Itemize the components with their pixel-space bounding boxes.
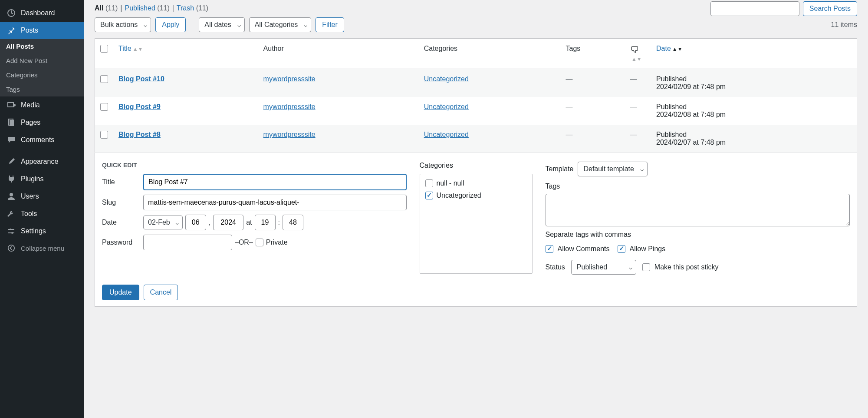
select-all-checkbox[interactable] bbox=[100, 45, 108, 53]
plug-icon bbox=[6, 175, 16, 183]
comments-cell: — bbox=[625, 69, 651, 97]
dashboard-icon bbox=[6, 9, 16, 17]
chevron-down-icon: ⌵ bbox=[640, 166, 644, 173]
slug-label: Slug bbox=[102, 199, 143, 206]
categories-box[interactable]: null - null Uncategorized bbox=[420, 174, 533, 274]
sidebar-item-settings[interactable]: Settings bbox=[0, 222, 84, 240]
category-filter-select[interactable]: All Categories⌵ bbox=[249, 17, 312, 32]
tags-hint: Separate tags with commas bbox=[546, 231, 850, 239]
sidebar-label: Posts bbox=[21, 27, 38, 34]
col-date[interactable]: Date bbox=[656, 45, 671, 52]
slug-input[interactable] bbox=[143, 195, 407, 210]
status-label: Status bbox=[546, 263, 565, 271]
allow-comments-checkbox[interactable] bbox=[546, 245, 553, 253]
post-title-link[interactable]: Blog Post #8 bbox=[118, 131, 161, 138]
sidebar-item-plugins[interactable]: Plugins bbox=[0, 170, 84, 188]
sidebar-label: Plugins bbox=[21, 175, 43, 183]
col-author: Author bbox=[258, 39, 419, 69]
sidebar-label: Users bbox=[21, 192, 39, 200]
password-input[interactable] bbox=[143, 235, 232, 250]
date-cell: Published2024/02/07 at 7:48 pm bbox=[651, 125, 857, 153]
sidebar-label: Media bbox=[21, 101, 40, 109]
media-icon bbox=[6, 101, 16, 109]
submenu-add-new[interactable]: Add New Post bbox=[0, 53, 84, 68]
table-row: Blog Post #10 mywordpresssite Uncategori… bbox=[95, 69, 857, 97]
year-input[interactable] bbox=[213, 215, 243, 230]
svg-rect-1 bbox=[8, 103, 13, 107]
sidebar-item-pages[interactable]: Pages bbox=[0, 114, 84, 131]
month-select[interactable]: 02-Feb⌵ bbox=[143, 216, 183, 229]
apply-button[interactable]: Apply bbox=[155, 17, 186, 32]
sidebar-item-media[interactable]: Media bbox=[0, 96, 84, 114]
tags-textarea[interactable] bbox=[546, 194, 850, 226]
sort-icon: ▲▼ bbox=[631, 56, 642, 62]
author-link[interactable]: mywordpresssite bbox=[263, 131, 316, 138]
table-row: Blog Post #9 mywordpresssite Uncategoriz… bbox=[95, 97, 857, 125]
search-input[interactable] bbox=[710, 1, 799, 16]
sidebar-item-dashboard[interactable]: Dashboard bbox=[0, 4, 84, 22]
filter-trash[interactable]: Trash bbox=[177, 4, 194, 12]
collapse-menu[interactable]: Collapse menu bbox=[0, 240, 84, 256]
day-input[interactable] bbox=[185, 215, 206, 230]
sidebar-item-tools[interactable]: Tools bbox=[0, 205, 84, 222]
cancel-button[interactable]: Cancel bbox=[144, 285, 178, 300]
col-title[interactable]: Title bbox=[118, 45, 132, 52]
svg-point-7 bbox=[11, 232, 13, 234]
minute-input[interactable] bbox=[283, 215, 303, 230]
sidebar-item-comments[interactable]: Comments bbox=[0, 131, 84, 149]
categories-label: Categories bbox=[420, 162, 533, 169]
filter-all[interactable]: All bbox=[95, 4, 103, 12]
quick-edit-legend: Quick Edit bbox=[102, 162, 407, 169]
search-button[interactable]: Search Posts bbox=[803, 1, 857, 16]
sticky-checkbox[interactable] bbox=[642, 263, 650, 271]
sidebar-label: Appearance bbox=[21, 158, 58, 166]
category-link[interactable]: Uncategorized bbox=[424, 131, 469, 138]
search-posts-form: Search Posts bbox=[710, 1, 857, 16]
comments-cell: — bbox=[625, 97, 651, 125]
category-link[interactable]: Uncategorized bbox=[424, 103, 469, 110]
title-input[interactable] bbox=[143, 174, 407, 190]
status-select[interactable]: Published⌵ bbox=[571, 260, 636, 275]
category-link[interactable]: Uncategorized bbox=[424, 75, 469, 83]
comments-icon bbox=[6, 136, 16, 144]
row-checkbox[interactable] bbox=[100, 75, 108, 83]
col-tags: Tags bbox=[560, 39, 625, 69]
hour-input[interactable] bbox=[255, 215, 276, 230]
date-cell: Published2024/02/09 at 7:48 pm bbox=[651, 69, 857, 97]
chevron-down-icon: ⌵ bbox=[175, 219, 179, 226]
comments-cell: — bbox=[625, 125, 651, 153]
chevron-down-icon: ⌵ bbox=[304, 21, 307, 28]
template-select[interactable]: Default template⌵ bbox=[578, 162, 648, 176]
submenu-tags[interactable]: Tags bbox=[0, 82, 84, 96]
row-checkbox[interactable] bbox=[100, 131, 108, 139]
sidebar-item-posts[interactable]: Posts bbox=[0, 22, 84, 39]
tags-cell: — bbox=[560, 125, 625, 153]
chevron-down-icon: ⌵ bbox=[144, 21, 147, 28]
date-filter-select[interactable]: All dates⌵ bbox=[199, 17, 244, 32]
author-link[interactable]: mywordpresssite bbox=[263, 103, 316, 110]
update-button[interactable]: Update bbox=[102, 285, 139, 300]
admin-sidebar: Dashboard Posts All Posts Add New Post C… bbox=[0, 0, 84, 418]
comments-icon[interactable]: 🗨 bbox=[630, 45, 639, 54]
allow-pings-checkbox[interactable] bbox=[618, 245, 625, 253]
submenu-all-posts[interactable]: All Posts bbox=[0, 39, 84, 53]
sidebar-item-users[interactable]: Users bbox=[0, 188, 84, 205]
submenu-categories[interactable]: Categories bbox=[0, 68, 84, 82]
private-checkbox[interactable] bbox=[256, 239, 263, 246]
col-categories: Categories bbox=[419, 39, 561, 69]
bulk-actions-select[interactable]: Bulk actions⌵ bbox=[95, 17, 151, 32]
author-link[interactable]: mywordpresssite bbox=[263, 75, 316, 83]
post-title-link[interactable]: Blog Post #10 bbox=[118, 75, 164, 83]
filter-button[interactable]: Filter bbox=[316, 17, 344, 32]
svg-point-2 bbox=[13, 104, 16, 106]
row-checkbox[interactable] bbox=[100, 103, 108, 111]
category-checkbox[interactable] bbox=[425, 192, 433, 199]
sidebar-item-appearance[interactable]: Appearance bbox=[0, 153, 84, 170]
date-cell: Published2024/02/08 at 7:48 pm bbox=[651, 97, 857, 125]
filter-published[interactable]: Published bbox=[125, 4, 155, 12]
category-checkbox[interactable] bbox=[425, 179, 433, 187]
sidebar-label: Settings bbox=[21, 227, 46, 235]
sidebar-label: Comments bbox=[21, 136, 54, 144]
pin-icon bbox=[6, 26, 16, 35]
post-title-link[interactable]: Blog Post #9 bbox=[118, 103, 161, 110]
